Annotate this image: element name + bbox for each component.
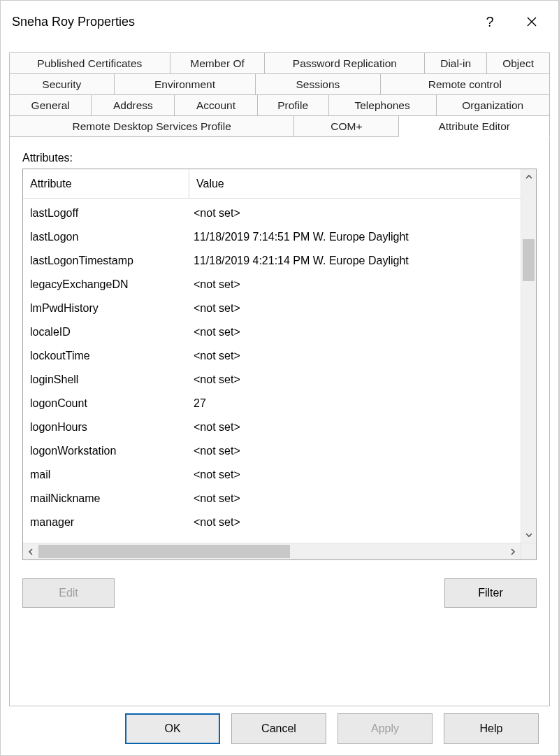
dialog-button-row: OK Cancel Apply Help [1, 706, 550, 755]
properties-dialog: Sneha Roy Properties ? Published Certifi… [0, 0, 559, 756]
window-title: Sneha Roy Properties [12, 15, 469, 29]
tab-password-replication[interactable]: Password Replication [264, 52, 425, 74]
cell-value: 27 [189, 392, 521, 415]
table-row[interactable]: logonCount27 [23, 392, 521, 415]
h-scrollbar-thumb[interactable] [38, 545, 290, 558]
cell-value: <not set> [189, 273, 521, 297]
tab-dial-in[interactable]: Dial-in [424, 52, 487, 74]
table-row[interactable]: lastLogon11/18/2019 7:14:51 PM W. Europe… [23, 225, 521, 249]
cell-attribute: lockoutTime [23, 344, 189, 368]
table-row[interactable]: lockoutTime<not set> [23, 344, 521, 368]
cell-attribute: logonWorkstation [23, 439, 189, 463]
column-header-value[interactable]: Value [189, 178, 521, 190]
cell-attribute: mailNickname [23, 487, 189, 511]
apply-button[interactable]: Apply [337, 713, 433, 744]
table-row[interactable]: manager<not set> [23, 511, 521, 534]
cell-attribute: lastLogonTimestamp [23, 249, 189, 273]
tab-address[interactable]: Address [91, 94, 175, 116]
tab-attribute-editor[interactable]: Attribute Editor [398, 115, 550, 137]
tab-telephones[interactable]: Telephones [328, 94, 437, 116]
edit-button[interactable]: Edit [22, 578, 115, 608]
tab-remote-control[interactable]: Remote control [380, 73, 550, 95]
tab-security[interactable]: Security [9, 73, 115, 95]
cell-value: <not set> [189, 368, 521, 392]
cell-value: 11/18/2019 7:14:51 PM W. Europe Daylight [189, 225, 521, 249]
tab-strip: Published Certificates Member Of Passwor… [9, 52, 550, 136]
horizontal-scrollbar[interactable] [23, 543, 536, 559]
scrollbar-thumb[interactable] [523, 239, 535, 281]
tab-account[interactable]: Account [174, 94, 257, 116]
cell-attribute: lastLogon [23, 225, 189, 249]
vertical-scrollbar[interactable] [521, 169, 536, 543]
ok-button[interactable]: OK [125, 713, 220, 744]
attributes-label: Attributes: [22, 152, 537, 164]
help-button[interactable]: Help [444, 713, 539, 744]
cell-attribute: logonHours [23, 415, 189, 439]
cell-attribute: manager [23, 511, 189, 534]
attributes-listview[interactable]: Attribute Value lastLogoff<not set>lastL… [22, 169, 537, 560]
cell-value: <not set> [189, 344, 521, 368]
tab-sessions[interactable]: Sessions [255, 73, 380, 95]
table-row[interactable]: lastLogoff<not set> [23, 201, 521, 225]
tab-organization[interactable]: Organization [436, 94, 550, 116]
tab-member-of[interactable]: Member Of [170, 52, 266, 74]
cancel-button[interactable]: Cancel [231, 713, 326, 744]
scroll-up-icon[interactable] [521, 169, 536, 185]
tab-page-attribute-editor: Attributes: Attribute Value lastLogoff<n… [9, 136, 550, 706]
scrollbar-corner [521, 543, 536, 559]
tab-profile[interactable]: Profile [257, 94, 329, 116]
close-icon[interactable] [511, 6, 553, 38]
cell-value: <not set> [189, 487, 521, 511]
tab-environment[interactable]: Environment [114, 73, 256, 95]
table-row[interactable]: localeID<not set> [23, 320, 521, 344]
table-row[interactable]: legacyExchangeDN<not set> [23, 273, 521, 297]
cell-attribute: localeID [23, 320, 189, 344]
cell-value: <not set> [189, 511, 521, 534]
tab-general[interactable]: General [9, 94, 92, 116]
scroll-right-icon[interactable] [505, 543, 521, 559]
table-row[interactable]: logonWorkstation<not set> [23, 439, 521, 463]
table-row[interactable]: mailNickname<not set> [23, 487, 521, 511]
cell-attribute: legacyExchangeDN [23, 273, 189, 297]
cell-value: <not set> [189, 439, 521, 463]
cell-value: <not set> [189, 415, 521, 439]
cell-value: <not set> [189, 201, 521, 225]
cell-attribute: logonCount [23, 392, 189, 415]
tab-published-certificates[interactable]: Published Certificates [9, 52, 170, 74]
listview-header: Attribute Value [23, 169, 536, 199]
cell-value: <not set> [189, 297, 521, 320]
table-row[interactable]: loginShell<not set> [23, 368, 521, 392]
tab-object[interactable]: Object [486, 52, 550, 74]
cell-value: <not set> [189, 463, 521, 487]
cell-attribute: lmPwdHistory [23, 297, 189, 320]
column-header-attribute[interactable]: Attribute [23, 169, 189, 198]
tab-remote-desktop-services-profile[interactable]: Remote Desktop Services Profile [9, 115, 294, 137]
title-bar: Sneha Roy Properties ? [1, 1, 558, 43]
table-row[interactable]: lastLogonTimestamp11/18/2019 4:21:14 PM … [23, 249, 521, 273]
cell-value: <not set> [189, 320, 521, 344]
table-row[interactable]: logonHours<not set> [23, 415, 521, 439]
scroll-down-icon[interactable] [521, 527, 536, 543]
table-row[interactable]: mail<not set> [23, 463, 521, 487]
table-row[interactable]: lmPwdHistory<not set> [23, 297, 521, 320]
filter-button[interactable]: Filter [444, 578, 537, 608]
tab-com-plus[interactable]: COM+ [293, 115, 399, 137]
cell-value: 11/18/2019 4:21:14 PM W. Europe Daylight [189, 249, 521, 273]
cell-attribute: lastLogoff [23, 201, 189, 225]
cell-attribute: loginShell [23, 368, 189, 392]
scroll-left-icon[interactable] [23, 543, 38, 559]
cell-attribute: mail [23, 463, 189, 487]
help-icon[interactable]: ? [469, 6, 511, 38]
